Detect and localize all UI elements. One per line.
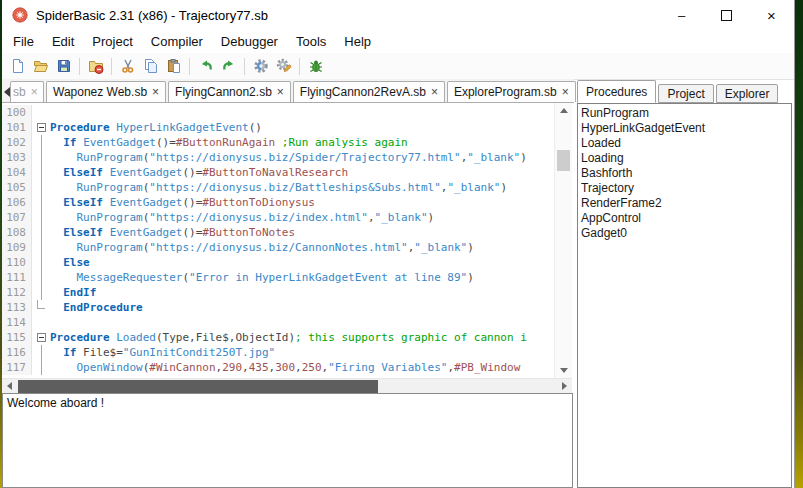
menu-tools[interactable]: Tools [287,32,335,51]
fold-marker[interactable] [32,330,50,345]
tab-close-button[interactable]: × [431,86,438,98]
tab-waponez-web-sb[interactable]: Waponez Web.sb× [46,81,166,102]
toolbar-separator [189,58,190,75]
minimize-button[interactable]: – [659,0,704,30]
menu-edit[interactable]: Edit [43,32,83,51]
code-line[interactable]: 116 If File$="GunInitCondit250T.jpg" [2,345,554,360]
code-line[interactable]: 111 MessageRequester("Error in HyperLink… [2,270,554,285]
fold-line [41,360,42,375]
fold-guide [32,210,50,225]
panel-tab-project[interactable]: Project [658,84,713,103]
code-text [50,105,554,120]
code-text: If File$="GunInitCondit250T.jpg" [50,345,554,360]
menu-compiler[interactable]: Compiler [142,32,212,51]
fold-marker[interactable] [32,120,50,135]
tab-label: Waponez Web.sb [53,85,147,99]
fold-line [41,135,42,150]
code-line[interactable]: 107 RunProgram("https://dionysus.biz/ind… [2,210,554,225]
close-file-icon [88,58,104,74]
code-text: If EventGadget()=#ButtonRunAgain ;Run an… [50,135,554,150]
code-text: RunProgram("https://dionysus.biz/index.h… [50,210,554,225]
code-line[interactable]: 105 RunProgram("https://dionysus.biz/Bat… [2,180,554,195]
code-line[interactable]: 115Procedure Loaded(Type,File$,ObjectId)… [2,330,554,345]
debugger-button[interactable] [304,55,327,77]
undo-button[interactable] [194,55,217,77]
procedure-item[interactable]: AppControl [581,211,791,226]
line-number: 117 [2,360,32,375]
procedure-item[interactable]: Loaded [581,136,791,151]
scroll-up-button[interactable] [555,103,572,118]
fold-line [41,255,42,270]
code-text: Else [50,255,554,270]
arrow-left-icon [7,382,12,390]
save-file-button[interactable] [52,55,75,77]
procedure-item[interactable]: RunProgram [581,106,791,121]
vertical-scroll-thumb[interactable] [557,150,570,171]
code-line[interactable]: 112 EndIf [2,285,554,300]
toolbar-group [194,55,240,77]
fold-guide [32,180,50,195]
code-line[interactable]: 101Procedure HyperLinkGadgetEvent() [2,120,554,135]
procedure-item[interactable]: RenderFrame2 [581,196,791,211]
tab-close-button[interactable]: × [152,86,159,98]
editor-horizontal-scrollbar[interactable] [2,378,572,393]
compile-options-button[interactable] [272,55,295,77]
code-line[interactable]: 113 EndProcedure [2,300,554,315]
close-button[interactable]: × [749,0,794,30]
code-line[interactable]: 102 If EventGadget()=#ButtonRunAgain ;Ru… [2,135,554,150]
scroll-left-button[interactable] [2,379,17,393]
code-line[interactable]: 103 RunProgram("https://dionysus.biz/Spi… [2,150,554,165]
fold-line [41,165,42,180]
close-file-button[interactable] [84,55,107,77]
procedures-list[interactable]: RunProgramHyperLinkGadgetEventLoadedLoad… [577,103,792,488]
code-line[interactable]: 104 ElseIf EventGadget()=#ButtonToNavalR… [2,165,554,180]
compile-run-button[interactable] [249,55,272,77]
code-line[interactable]: 108 ElseIf EventGadget()=#ButtonToNotes [2,225,554,240]
maximize-button[interactable] [704,0,749,30]
arrow-up-icon [560,108,568,113]
code-line[interactable]: 109 RunProgram("https://dionysus.biz/Can… [2,240,554,255]
code-line[interactable]: 106 ElseIf EventGadget()=#ButtonToDionys… [2,195,554,210]
panel-tab-procedures[interactable]: Procedures [577,80,656,103]
menu-bar: FileEditProjectCompilerDebuggerToolsHelp [2,30,794,53]
code-line[interactable]: 100 [2,105,554,120]
horizontal-scroll-thumb[interactable] [18,380,378,393]
fold-line [41,195,42,210]
tab-close-button[interactable]: × [31,86,38,98]
procedure-item[interactable]: Loading [581,151,791,166]
tab-close-button[interactable]: × [562,86,569,98]
collapse-box-icon [37,123,46,132]
collapse-box-icon [37,333,46,342]
panel-tab-explorer[interactable]: Explorer [716,84,779,103]
code-line[interactable]: 117 OpenWindow(#WinCannon,290,435,300,25… [2,360,554,375]
menu-help[interactable]: Help [335,32,380,51]
code-text: EndIf [50,285,554,300]
tab-sb[interactable]: sb× [10,81,44,102]
code-line[interactable]: 110 Else [2,255,554,270]
tab-close-button[interactable]: × [277,86,284,98]
menu-debugger[interactable]: Debugger [212,32,287,51]
procedure-item[interactable]: Bashforth [581,166,791,181]
line-number: 107 [2,210,32,225]
copy-button[interactable] [139,55,162,77]
tab-flyingcannon2reva-sb[interactable]: FlyingCannon2RevA.sb× [293,81,445,102]
editor-vertical-scrollbar[interactable] [554,103,572,378]
redo-button[interactable] [217,55,240,77]
open-file-button[interactable] [29,55,52,77]
tab-exploreprogram-sb[interactable]: ExploreProgram.sb× [447,81,576,102]
code-editor[interactable]: 100101Procedure HyperLinkGadgetEvent()10… [2,103,572,378]
new-file-button[interactable] [6,55,29,77]
tab-flyingcannon2-sb[interactable]: FlyingCannon2.sb× [168,81,291,102]
scroll-down-button[interactable] [555,363,572,378]
menu-project[interactable]: Project [83,32,141,51]
tab-label: FlyingCannon2.sb [175,85,272,99]
procedure-item[interactable]: HyperLinkGadgetEvent [581,121,791,136]
scroll-right-button[interactable] [557,379,572,393]
menu-file[interactable]: File [4,32,43,51]
paste-button[interactable] [162,55,185,77]
cut-button[interactable] [116,55,139,77]
procedure-item[interactable]: Trajectory [581,181,791,196]
code-line[interactable]: 114 [2,315,554,330]
code-view[interactable]: 100101Procedure HyperLinkGadgetEvent()10… [2,103,554,378]
procedure-item[interactable]: Gadget0 [581,226,791,241]
